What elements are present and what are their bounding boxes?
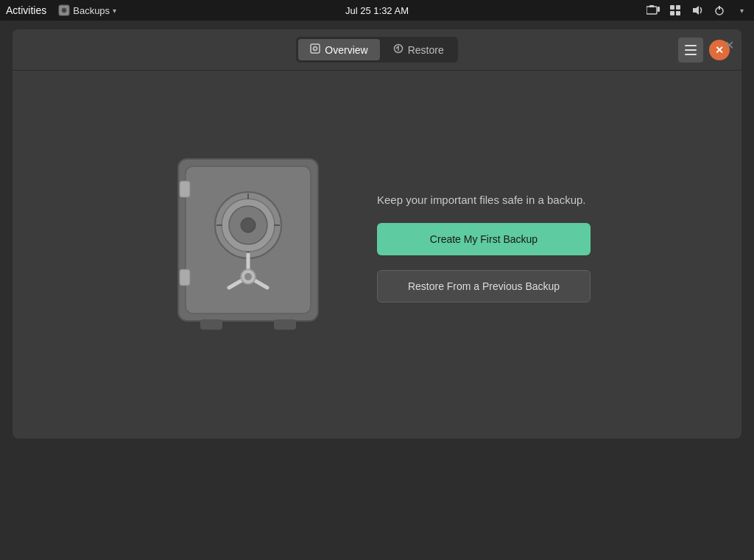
restore-backup-button[interactable]: Restore From a Previous Backup — [377, 270, 591, 302]
create-backup-button[interactable]: Create My First Backup — [377, 223, 591, 255]
svg-rect-7 — [676, 5, 680, 10]
hamburger-line-3 — [685, 54, 697, 55]
topbar-left: Activities Backups ▾ — [6, 4, 116, 16]
system-topbar: Activities Backups ▾ Jul 25 1:32 AM — [0, 0, 754, 21]
svg-rect-3 — [646, 7, 657, 14]
svg-rect-33 — [200, 319, 222, 330]
svg-rect-9 — [676, 11, 680, 15]
svg-rect-19 — [180, 269, 190, 286]
power-icon[interactable] — [713, 4, 726, 17]
tab-restore[interactable]: Restore — [381, 39, 456, 60]
topbar-right: ▾ — [646, 4, 748, 17]
app-name-label: Backups — [73, 5, 110, 16]
svg-rect-4 — [649, 5, 654, 7]
svg-rect-18 — [180, 181, 190, 197]
restore-tab-icon — [393, 43, 404, 56]
app-icon — [58, 4, 70, 16]
screenshot-icon[interactable] — [646, 4, 660, 17]
restore-tab-label: Restore — [408, 44, 444, 56]
svg-point-32 — [244, 273, 252, 280]
hamburger-line-2 — [685, 49, 697, 51]
svg-point-14 — [314, 47, 317, 51]
overview-tab-label: Overview — [325, 44, 367, 56]
svg-marker-10 — [693, 6, 699, 15]
grid-icon[interactable] — [669, 4, 682, 17]
svg-rect-6 — [670, 5, 674, 10]
svg-rect-34 — [274, 319, 296, 330]
app-window: Overview Restore ✕ ✕ — [13, 29, 741, 439]
overview-tab-icon — [310, 43, 320, 56]
safe-illustration — [163, 144, 333, 350]
app-menu-button[interactable]: Backups ▾ — [58, 4, 116, 16]
svg-rect-8 — [670, 11, 674, 15]
content-area: Keep your important files safe in a back… — [377, 192, 591, 303]
volume-icon[interactable] — [691, 4, 704, 17]
window-x-button[interactable]: ✕ — [722, 38, 736, 52]
svg-point-23 — [241, 218, 256, 233]
topbar-datetime: Jul 25 1:32 AM — [345, 5, 409, 16]
svg-point-2 — [63, 10, 66, 12]
tagline-text: Keep your important files safe in a back… — [377, 192, 591, 209]
svg-rect-13 — [311, 44, 320, 53]
toolbar-tabs: Overview Restore — [296, 37, 457, 63]
hamburger-menu-button[interactable] — [678, 38, 703, 63]
dropdown-arrow-icon: ▾ — [113, 7, 116, 15]
tab-overview[interactable]: Overview — [298, 39, 379, 60]
activities-button[interactable]: Activities — [6, 4, 46, 16]
window-toolbar: Overview Restore ✕ — [13, 29, 741, 71]
system-chevron-icon[interactable]: ▾ — [735, 4, 748, 17]
hamburger-line-1 — [685, 45, 697, 46]
svg-rect-5 — [658, 7, 660, 12]
window-content: Keep your important files safe in a back… — [13, 71, 741, 439]
